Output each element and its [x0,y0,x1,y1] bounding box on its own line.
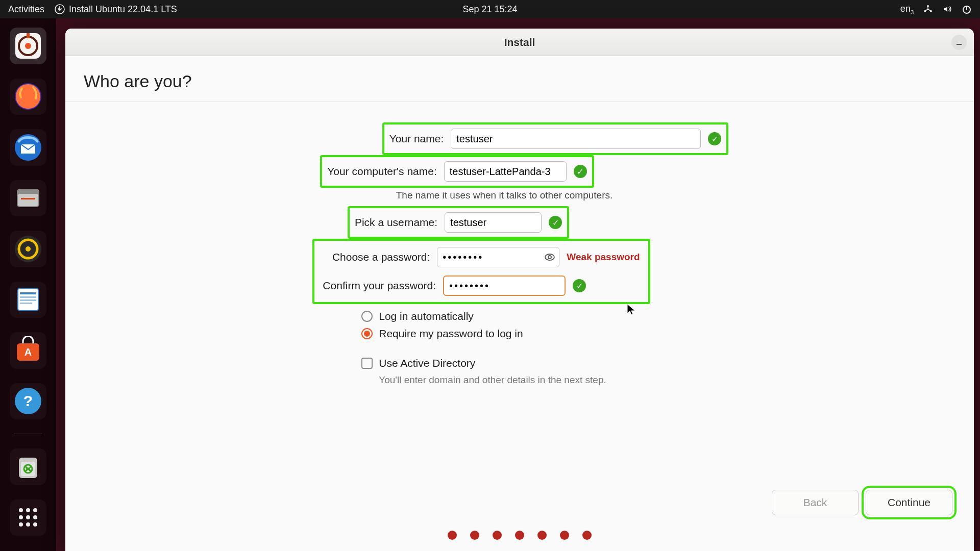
computer-name-input[interactable] [444,161,567,182]
password-label: Choose a password: [323,251,430,263]
activities-button[interactable]: Activities [8,4,44,15]
download-icon [55,4,65,14]
active-directory-checkbox[interactable]: Use Active Directory [361,357,475,369]
confirm-password-input[interactable] [443,276,566,296]
current-app-indicator[interactable]: Install Ubuntu 22.04.1 LTS [55,4,177,15]
active-directory-hint: You'll enter domain and other details in… [379,374,606,386]
network-icon[interactable] [923,4,933,14]
user-form: Your name: ✓ Your computer's name: ✓ The… [84,122,955,386]
radio-selected-icon [361,328,373,339]
svg-point-39 [545,254,554,260]
password-input[interactable] [437,247,559,267]
require-password-label: Require my password to log in [379,328,523,340]
svg-rect-38 [957,44,962,45]
svg-point-37 [33,522,37,527]
power-icon[interactable] [962,4,972,14]
radio-unselected-icon [361,311,373,322]
dock-help[interactable]: ? [10,383,46,420]
password-strength: Weak password [567,252,640,263]
computer-name-hint: The name it uses when it talks to other … [396,190,613,201]
dock-software-center[interactable]: A [10,332,46,369]
svg-rect-8 [27,33,30,38]
svg-point-31 [33,508,37,512]
minimize-button[interactable] [951,35,967,50]
dock-thunderbird[interactable] [10,129,46,166]
checkbox-unchecked-icon [361,358,373,369]
top-panel: Activities Install Ubuntu 22.04.1 LTS Se… [0,0,980,18]
svg-text:?: ? [23,392,33,409]
svg-point-35 [19,522,23,527]
login-automatically-label: Log in automatically [379,310,474,322]
svg-point-7 [25,43,31,49]
dock-files[interactable] [10,180,46,217]
progress-dot [537,531,547,540]
footer-buttons: Back Continue [84,490,955,531]
require-password-radio[interactable]: Require my password to log in [361,328,523,340]
username-label: Pick a username: [355,216,437,229]
dock-rhythmbox[interactable] [10,231,46,267]
progress-dot [448,531,457,540]
svg-rect-21 [20,303,32,304]
check-icon: ✓ [574,165,587,178]
dock-ubiquity-installer[interactable] [10,28,46,64]
input-source-indicator[interactable]: en3 [900,4,914,15]
svg-rect-19 [20,296,36,298]
your-name-input[interactable] [451,129,701,149]
progress-dot [560,531,569,540]
your-name-label: Your name: [389,133,444,145]
dock-app-grid[interactable] [10,499,46,536]
reveal-password-icon[interactable] [543,251,556,264]
svg-point-1 [927,5,929,7]
confirm-password-label: Confirm your password: [323,280,436,292]
window-title: Install [504,36,535,48]
progress-dot [515,531,524,540]
titlebar[interactable]: Install [65,29,974,56]
computer-name-label: Your computer's name: [327,165,437,178]
username-input[interactable] [445,212,542,233]
dock-firefox[interactable] [10,79,46,115]
svg-rect-20 [20,299,36,301]
dock-libreoffice-writer[interactable] [10,282,46,318]
check-icon: ✓ [708,132,721,145]
dock: A ? [0,18,56,551]
progress-dots [84,531,955,551]
heading-separator [65,102,974,102]
dock-separator [14,434,42,434]
svg-point-30 [26,508,30,512]
svg-point-36 [26,522,30,527]
active-directory-label: Use Active Directory [379,357,475,369]
svg-point-34 [33,515,37,519]
progress-dot [582,531,592,540]
clock[interactable]: Sep 21 15:24 [462,4,517,15]
svg-point-40 [548,256,551,259]
check-icon: ✓ [573,279,586,292]
dock-trash[interactable] [10,448,46,485]
page-heading: Who are you? [84,71,955,91]
login-automatically-radio[interactable]: Log in automatically [361,310,474,322]
volume-icon[interactable] [942,4,952,14]
svg-point-32 [19,515,23,519]
svg-text:A: A [24,346,32,358]
svg-point-33 [26,515,30,519]
svg-rect-13 [21,198,35,199]
progress-dot [470,531,479,540]
check-icon: ✓ [549,216,562,229]
current-app-title: Install Ubuntu 22.04.1 LTS [69,4,177,15]
svg-point-16 [26,246,31,252]
continue-button[interactable]: Continue [866,490,952,515]
progress-dot [493,531,502,540]
svg-rect-12 [18,194,38,206]
installer-window: Install Who are you? Your name: ✓ Your c… [65,29,974,551]
back-button[interactable]: Back [772,490,859,515]
svg-rect-18 [20,292,36,294]
svg-point-29 [19,508,23,512]
